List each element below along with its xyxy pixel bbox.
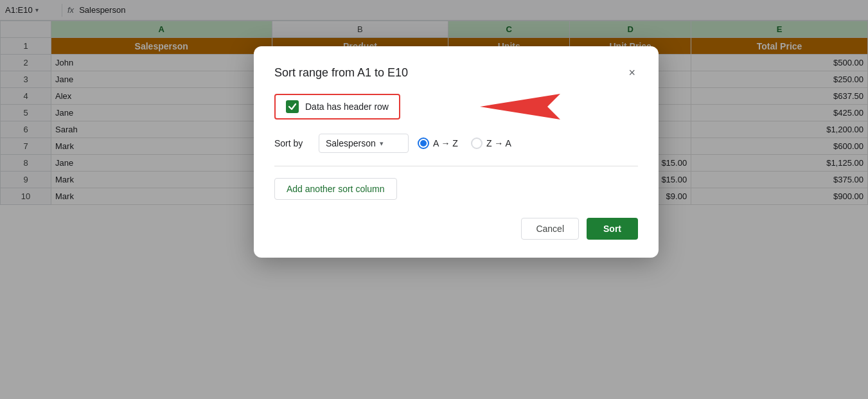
svg-marker-0 (480, 94, 560, 120)
radio-a-to-z[interactable]: A → Z (418, 137, 458, 149)
dialog-header: Sort range from A1 to E10 × (274, 64, 638, 81)
sort-direction-group: A → Z Z → A (418, 137, 511, 149)
cancel-button[interactable]: Cancel (521, 218, 579, 240)
sort-button[interactable]: Sort (587, 218, 638, 240)
radio-z-to-a[interactable]: Z → A (471, 137, 511, 149)
header-row-checkbox-container[interactable]: Data has header row (274, 94, 400, 120)
radio-z-to-a-label: Z → A (486, 138, 511, 148)
header-row-label: Data has header row (305, 102, 389, 112)
checkbox-checked-icon (286, 100, 299, 113)
sort-dialog: Sort range from A1 to E10 × Data has hea… (254, 46, 659, 258)
radio-circle-z-to-a (471, 137, 483, 149)
sort-column-dropdown[interactable]: Salesperson ▾ (319, 134, 409, 153)
sort-by-row: Sort by Salesperson ▾ A → Z Z → A (274, 134, 638, 153)
dialog-title: Sort range from A1 to E10 (274, 66, 408, 80)
dialog-divider (274, 166, 638, 166)
radio-a-to-z-label: A → Z (433, 138, 458, 148)
close-button[interactable]: × (626, 64, 638, 81)
dropdown-arrow-icon: ▾ (380, 139, 384, 148)
sort-by-label: Sort by (274, 138, 310, 148)
header-row-section: Data has header row (274, 94, 638, 120)
sort-column-value: Salesperson (326, 138, 376, 148)
dialog-footer: Cancel Sort (274, 218, 638, 240)
red-arrow-indicator (467, 93, 560, 121)
add-sort-column-button[interactable]: Add another sort column (274, 178, 397, 200)
radio-circle-a-to-z (418, 137, 429, 149)
